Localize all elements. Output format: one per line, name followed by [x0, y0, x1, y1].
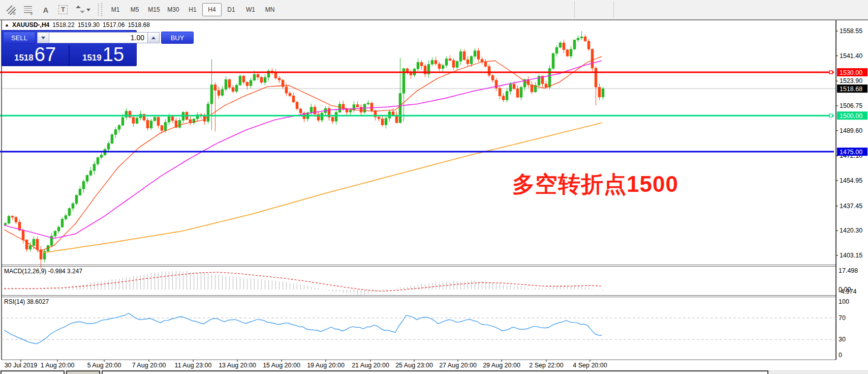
- candle-body: [445, 59, 448, 65]
- price-badge-label: 1475.00: [840, 149, 862, 156]
- candle-body: [100, 155, 103, 158]
- buy-price[interactable]: 1519 15: [70, 45, 137, 66]
- candle-body: [570, 49, 572, 56]
- candle-body: [360, 107, 362, 112]
- candle-body: [232, 88, 234, 92]
- candle-body: [499, 88, 501, 96]
- chart-tab[interactable]: [102, 370, 768, 374]
- mt4-window: 1558.551541.401523.901506.751489.601472.…: [0, 0, 868, 374]
- tf-button-H1[interactable]: H1: [183, 3, 202, 16]
- toolbar-grip[interactable]: [101, 3, 103, 16]
- candle-body: [552, 53, 554, 69]
- rsi-axis-label: 100: [839, 298, 849, 305]
- toolbar-separator: [613, 1, 614, 18]
- volume-decrease-button[interactable]: [37, 32, 49, 43]
- arrows-tool-button[interactable]: [72, 2, 94, 17]
- sell-price[interactable]: 1518 67: [2, 45, 69, 66]
- time-tick-label: 4 Sep 20:00: [573, 362, 607, 369]
- candle-body: [299, 109, 302, 113]
- candle-body: [285, 87, 288, 93]
- candle-body: [228, 79, 231, 88]
- tf-button-W1[interactable]: W1: [241, 3, 260, 16]
- candle-body: [79, 189, 81, 195]
- line-anchor-marker: [829, 114, 832, 117]
- candle-body: [488, 67, 490, 75]
- candle-body: [420, 62, 423, 66]
- ma-mid-line: [4, 61, 602, 238]
- candle-body: [82, 181, 85, 189]
- candle-body: [598, 87, 601, 97]
- toolbar: E F A T M1M5M15M30H1H4D1W1MN: [0, 0, 868, 20]
- candle-body: [33, 239, 35, 246]
- candle-body: [168, 117, 170, 122]
- chart-tab[interactable]: [66, 370, 100, 374]
- candle-body: [221, 90, 224, 96]
- candle-body: [253, 74, 256, 80]
- time-tick-label: 19 Aug 20:00: [307, 362, 345, 369]
- channel-icon: E: [5, 4, 17, 16]
- price-tick-label: 1558.55: [840, 27, 862, 35]
- candle-body: [161, 126, 163, 131]
- candle-body: [54, 231, 56, 236]
- candle-body: [602, 89, 604, 97]
- macd-axis-label: -4.974: [839, 288, 856, 295]
- tf-button-MN[interactable]: MN: [260, 3, 280, 16]
- candle-body: [225, 79, 227, 89]
- rsi-panel: 10070300: [2, 298, 849, 359]
- time-tick-label: 21 Aug 20:00: [352, 362, 389, 369]
- candle-body: [385, 118, 387, 125]
- candle-body: [381, 119, 384, 125]
- candle-body: [8, 216, 10, 223]
- candle-body: [29, 246, 32, 249]
- tf-button-M30[interactable]: M30: [164, 3, 183, 16]
- chart-tab[interactable]: [1, 370, 65, 374]
- buy-button[interactable]: BUY: [161, 32, 194, 44]
- tf-button-M1[interactable]: M1: [106, 3, 125, 16]
- candle-body: [11, 216, 14, 217]
- time-tick-label: 5 Aug 20:00: [87, 362, 121, 369]
- candle-body: [477, 51, 480, 60]
- candle-body: [86, 175, 88, 181]
- sell-price-main: 1518: [14, 53, 34, 62]
- text-label-tool-button[interactable]: A: [38, 2, 54, 17]
- tf-button-M5[interactable]: M5: [125, 3, 144, 16]
- text-box-icon: T: [58, 5, 68, 14]
- tf-button-D1[interactable]: D1: [222, 3, 241, 16]
- candle-body: [353, 105, 355, 110]
- sell-button[interactable]: SELL: [3, 32, 36, 44]
- candle-body: [310, 107, 313, 112]
- price-axis[interactable]: 1558.551541.401523.901506.751489.601472.…: [836, 27, 867, 259]
- candle-body: [257, 74, 259, 77]
- candle-body: [260, 77, 263, 82]
- rsi-axis-label: 0: [839, 352, 842, 359]
- candle-body: [378, 117, 380, 119]
- price-badge-label: 1530.00: [840, 69, 862, 76]
- candle-body: [235, 85, 238, 92]
- toolbar-separator: [574, 1, 575, 18]
- dropdown-caret-icon: [86, 9, 90, 11]
- candle-body: [242, 76, 245, 82]
- volume-input[interactable]: [49, 32, 147, 43]
- candle-body: [548, 68, 551, 87]
- candle-body: [264, 77, 266, 82]
- candle-body: [392, 112, 394, 115]
- candle-body: [442, 66, 444, 69]
- candle-body: [566, 50, 569, 56]
- text-a-icon: A: [43, 6, 49, 14]
- equidistant-channel-tool-button[interactable]: E: [3, 2, 19, 17]
- text-box-tool-button[interactable]: T: [55, 2, 71, 17]
- fibonacci-tool-button[interactable]: F: [20, 2, 37, 17]
- candle-body: [349, 110, 352, 112]
- time-tick-label: 29 Aug 20:00: [483, 362, 520, 369]
- time-axis[interactable]: 30 Jul 20191 Aug 20:005 Aug 20:007 Aug 2…: [5, 360, 607, 369]
- volume-increase-button[interactable]: [147, 32, 160, 43]
- candle-body: [57, 227, 60, 231]
- price-tick-label: 1403.15: [840, 252, 862, 259]
- price-tick-label: 1420.30: [840, 227, 862, 234]
- ma-fast-line: [4, 56, 602, 251]
- tf-button-M15[interactable]: M15: [144, 3, 164, 16]
- buy-price-main: 1519: [82, 53, 102, 62]
- one-click-trading-panel: SELL BUY 1518 67 1519 15: [2, 30, 137, 66]
- tf-button-H4[interactable]: H4: [202, 3, 222, 16]
- candle-body: [587, 41, 590, 49]
